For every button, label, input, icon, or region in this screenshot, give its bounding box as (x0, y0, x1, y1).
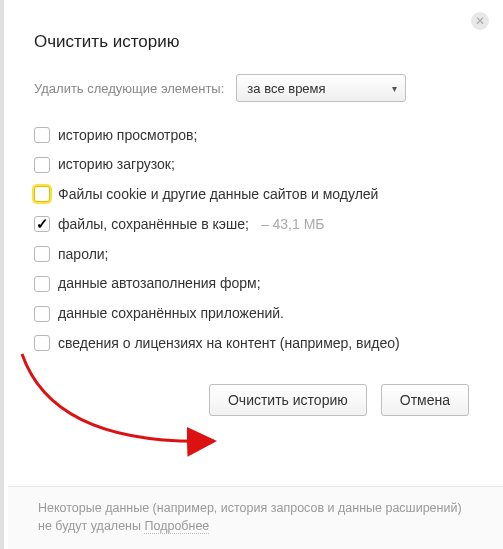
option-extra: – 43,1 МБ (261, 216, 325, 233)
time-range-select[interactable]: за все время ▾ (236, 74, 406, 102)
time-range-value: за все время (247, 81, 325, 96)
chevron-down-icon: ▾ (392, 83, 397, 94)
dialog-actions: Очистить историю Отмена (34, 384, 473, 416)
cancel-button[interactable]: Отмена (381, 384, 469, 416)
footer-learn-more-link[interactable]: Подробнее (144, 519, 209, 534)
option-row: историю загрузок; (34, 150, 473, 180)
option-label: данные сохранённых приложений. (58, 305, 284, 322)
time-range-row: Удалить следующие элементы: за все время… (34, 74, 473, 102)
option-row: Файлы cookie и другие данные сайтов и мо… (34, 180, 473, 210)
footer-text: Некоторые данные (например, история запр… (38, 501, 462, 533)
dialog-footer: Некоторые данные (например, история запр… (8, 486, 503, 549)
option-label: Файлы cookie и другие данные сайтов и мо… (58, 186, 378, 203)
option-checkbox[interactable] (34, 186, 50, 202)
dialog-title: Очистить историю (34, 32, 473, 52)
option-checkbox[interactable] (34, 246, 50, 262)
option-label: пароли; (58, 246, 109, 263)
option-label: файлы, сохранённые в кэше; (58, 216, 249, 233)
clear-history-button[interactable]: Очистить историю (209, 384, 367, 416)
option-row: пароли; (34, 239, 473, 269)
option-checkbox[interactable] (34, 157, 50, 173)
cancel-button-label: Отмена (400, 392, 450, 408)
option-row: файлы, сохранённые в кэше;– 43,1 МБ (34, 209, 473, 239)
option-checkbox[interactable] (34, 306, 50, 322)
option-label: историю загрузок; (58, 156, 175, 173)
option-checkbox[interactable] (34, 335, 50, 351)
option-row: данные автозаполнения форм; (34, 269, 473, 299)
option-label: историю просмотров; (58, 127, 197, 144)
options-list: историю просмотров;историю загрузок;Файл… (34, 120, 473, 358)
option-label: сведения о лицензиях на контент (наприме… (58, 335, 400, 352)
option-checkbox[interactable] (34, 276, 50, 292)
option-label: данные автозаполнения форм; (58, 275, 261, 292)
clear-history-button-label: Очистить историю (228, 392, 348, 408)
option-checkbox[interactable] (34, 216, 50, 232)
close-icon[interactable]: ✕ (471, 12, 489, 30)
option-row: сведения о лицензиях на контент (наприме… (34, 329, 473, 359)
time-range-label: Удалить следующие элементы: (34, 81, 224, 96)
option-row: историю просмотров; (34, 120, 473, 150)
clear-history-dialog: ✕ Очистить историю Удалить следующие эле… (0, 0, 503, 549)
option-checkbox[interactable] (34, 127, 50, 143)
option-row: данные сохранённых приложений. (34, 299, 473, 329)
